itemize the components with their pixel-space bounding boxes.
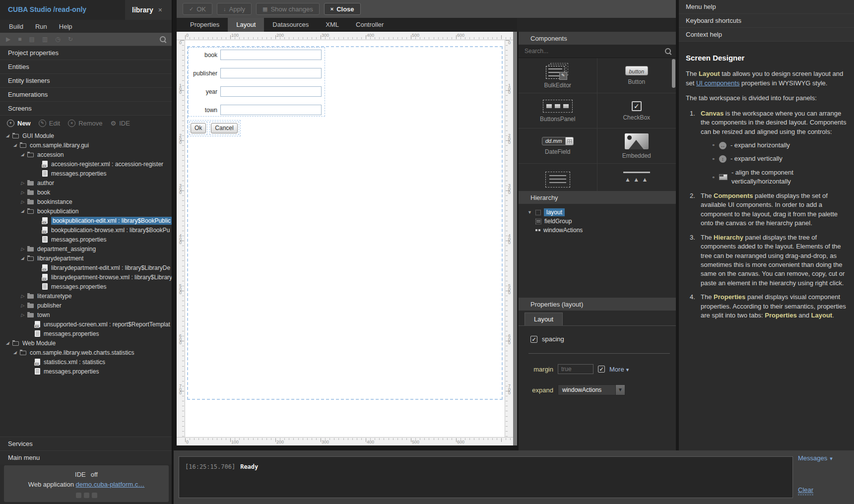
- deploy-icon[interactable]: [29, 36, 34, 42]
- context-help-item[interactable]: Context help: [679, 28, 854, 42]
- menu-run[interactable]: Run: [35, 23, 47, 30]
- collapse-arrow-icon[interactable]: [21, 209, 27, 213]
- new-button[interactable]: +New: [7, 120, 31, 127]
- margin-input[interactable]: [558, 364, 593, 374]
- component-datefield[interactable]: dd.mm DateField: [519, 128, 597, 164]
- tree-item-selected[interactable]: bookpublication-edit.xml : library$BookP…: [0, 216, 172, 225]
- expand-arrow-icon[interactable]: [21, 303, 27, 308]
- cancel-canvas-button[interactable]: Cancel: [211, 123, 237, 133]
- tree-item[interactable]: bookpublication-browse.xml : library$Boo…: [0, 225, 172, 235]
- spacing-checkbox[interactable]: [530, 336, 537, 343]
- tree-item[interactable]: com.sample.library.web.charts.statistics: [0, 348, 172, 357]
- expand-arrow-icon[interactable]: [21, 313, 27, 317]
- ok-canvas-button[interactable]: Ok: [191, 123, 206, 133]
- search-input[interactable]: [524, 47, 665, 55]
- tab-properties[interactable]: Properties: [182, 18, 228, 32]
- messages-dropdown[interactable]: Messages: [798, 454, 833, 462]
- tree-item[interactable]: Web Module: [0, 338, 172, 348]
- tree-item[interactable]: book: [0, 188, 172, 197]
- sync-icon[interactable]: [68, 36, 73, 42]
- window-actions[interactable]: Ok Cancel: [188, 120, 241, 136]
- expand-select[interactable]: windowActions ▼: [558, 384, 625, 395]
- expand-arrow-icon[interactable]: [21, 199, 27, 204]
- tree-item[interactable]: messages.properties: [0, 282, 172, 291]
- sidebar-item-enumerations[interactable]: Enumerations: [0, 87, 172, 101]
- show-changes-button[interactable]: Show changes: [256, 3, 320, 15]
- properties-header[interactable]: Properties (layout): [519, 298, 676, 311]
- clear-link[interactable]: Clear: [798, 486, 813, 495]
- tree-item[interactable]: librarydepartment-edit.xml : library$Lib…: [0, 263, 172, 272]
- menu-help[interactable]: Help: [59, 23, 72, 30]
- expand-arrow-icon[interactable]: [21, 294, 27, 299]
- close-button[interactable]: Close: [324, 3, 361, 15]
- components-scrollbar[interactable]: [672, 59, 675, 88]
- component-bulkeditor[interactable]: ✎ BulkEditor: [519, 58, 597, 93]
- webapp-link[interactable]: demo.cuba-platform.c…: [76, 481, 145, 488]
- tree-item[interactable]: messages.properties: [0, 169, 172, 178]
- component-buttonspanel[interactable]: ButtonsPanel: [519, 93, 597, 128]
- expand-arrow-icon[interactable]: [21, 190, 27, 195]
- tab-xml[interactable]: XML: [317, 18, 347, 32]
- field-group[interactable]: book publisher year town: [188, 47, 325, 117]
- stop-icon[interactable]: [18, 36, 21, 42]
- sidebar-item-entities[interactable]: Entities: [0, 60, 172, 73]
- collapse-arrow-icon[interactable]: [21, 256, 27, 260]
- tab-controller[interactable]: Controller: [347, 18, 392, 32]
- tree-item[interactable]: bookinstance: [0, 197, 172, 206]
- tree-item[interactable]: messages.properties: [0, 367, 172, 376]
- ui-components-link[interactable]: UI components: [696, 79, 739, 87]
- tree-item[interactable]: accession: [0, 150, 172, 159]
- collapse-arrow-icon[interactable]: [13, 350, 20, 355]
- canvas-scrollbar[interactable]: [513, 32, 517, 445]
- stats-icon[interactable]: [42, 36, 48, 42]
- collapse-arrow-icon[interactable]: [21, 152, 27, 157]
- more-dropdown[interactable]: More: [609, 366, 629, 373]
- apply-button[interactable]: Apply: [217, 3, 252, 15]
- tree-item[interactable]: librarydepartment: [0, 253, 172, 263]
- component-align[interactable]: [597, 164, 676, 191]
- tree-item[interactable]: literaturetype: [0, 291, 172, 301]
- tree-item[interactable]: author: [0, 178, 172, 188]
- remove-button[interactable]: ×Remove: [68, 120, 102, 127]
- margin-checkbox[interactable]: [598, 366, 605, 373]
- schedule-icon[interactable]: [55, 36, 60, 42]
- project-tab-library[interactable]: library ×: [125, 0, 172, 20]
- components-header[interactable]: Components: [519, 32, 676, 45]
- search-icon[interactable]: [665, 48, 671, 54]
- collapse-arrow-icon[interactable]: [6, 133, 12, 138]
- hierarchy-item-fieldgroup[interactable]: fieldGroup: [519, 217, 676, 226]
- keyboard-shortcuts-item[interactable]: Keyboard shortcuts: [679, 14, 854, 28]
- edit-button[interactable]: ✎Edit: [39, 120, 60, 127]
- canvas-workspace[interactable]: book publisher year town Ok Cancel: [185, 40, 505, 437]
- hierarchy-item-windowactions[interactable]: windowActions: [519, 226, 676, 235]
- menu-build[interactable]: Build: [9, 23, 23, 30]
- tree-item[interactable]: GUI Module: [0, 131, 172, 140]
- tree-item[interactable]: unsupported-screen.xml : report$ReportTe…: [0, 319, 172, 329]
- collapse-arrow-icon[interactable]: ▼: [527, 210, 532, 215]
- sidebar-item-main-menu[interactable]: Main menu: [0, 450, 172, 464]
- designer-canvas[interactable]: 0 100 200 300 400 500 600 0 100 200 300 …: [177, 32, 513, 445]
- sidebar-item-project-properties[interactable]: Project properties: [0, 46, 172, 60]
- menu-help-item[interactable]: Menu help: [679, 0, 854, 14]
- hierarchy-item-layout[interactable]: ▼ layout: [519, 208, 676, 217]
- year-field[interactable]: [220, 86, 322, 97]
- collapse-arrow-icon[interactable]: [6, 341, 12, 345]
- ok-button[interactable]: OK: [183, 3, 212, 15]
- component-button[interactable]: button Button: [597, 58, 676, 93]
- log-output[interactable]: [16:25:15.706]Ready: [179, 456, 793, 498]
- tree-item[interactable]: statistics.xml : statistics: [0, 357, 172, 367]
- tree-item[interactable]: librarydepartment-browse.xml : library$L…: [0, 272, 172, 282]
- sidebar-item-entity-listeners[interactable]: Entity listeners: [0, 73, 172, 87]
- search-icon[interactable]: [160, 36, 166, 42]
- ide-button[interactable]: ⚙IDE: [111, 120, 130, 127]
- run-icon[interactable]: [6, 36, 10, 42]
- hierarchy-header[interactable]: Hierarchy: [519, 191, 676, 204]
- tree-item[interactable]: com.sample.library.gui: [0, 140, 172, 150]
- sidebar-item-services[interactable]: Services: [0, 437, 172, 450]
- component-embedded[interactable]: Embedded: [597, 128, 676, 164]
- tree-item[interactable]: department_assigning: [0, 244, 172, 253]
- town-field[interactable]: [220, 105, 322, 115]
- publisher-field[interactable]: [220, 68, 322, 78]
- close-icon[interactable]: ×: [158, 6, 162, 14]
- expand-arrow-icon[interactable]: [21, 181, 27, 186]
